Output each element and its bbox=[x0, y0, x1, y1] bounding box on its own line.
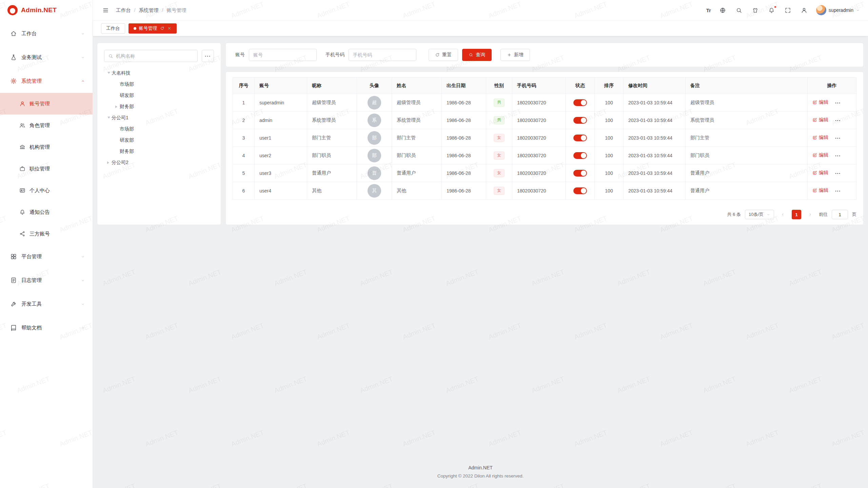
account-filter-input[interactable] bbox=[249, 49, 317, 61]
users-icon bbox=[19, 122, 25, 128]
col-gender: 性别 bbox=[486, 78, 512, 94]
more-actions-button[interactable]: ··· bbox=[835, 153, 841, 159]
font-size-icon[interactable]: Tr bbox=[706, 6, 711, 15]
sidebar-item-docs[interactable]: 帮助文档 bbox=[0, 316, 93, 340]
edit-button[interactable]: 编辑 bbox=[812, 187, 828, 194]
page-number-button[interactable]: 1 bbox=[792, 210, 801, 219]
sidebar-subitem-organization[interactable]: 机构管理 bbox=[0, 136, 93, 158]
status-toggle[interactable] bbox=[573, 170, 587, 177]
account-filter-label: 账号 bbox=[235, 52, 245, 58]
search-button[interactable]: 查询 bbox=[462, 49, 492, 61]
org-more-button[interactable]: ··· bbox=[202, 50, 214, 62]
sidebar-item-business-test[interactable]: 业务测试 bbox=[0, 45, 93, 69]
table-row: 5 user3 普通用户 普 普通用户 1986-06-28 女 1802003… bbox=[233, 164, 856, 182]
content: ··· 大名科技 市场部 bbox=[93, 36, 868, 225]
more-actions-button[interactable]: ··· bbox=[835, 100, 841, 106]
breadcrumb-item[interactable]: 工作台 bbox=[116, 7, 131, 14]
fullscreen-button[interactable] bbox=[784, 6, 792, 15]
language-icon[interactable] bbox=[718, 6, 727, 15]
tree-node[interactable]: 财务部 bbox=[104, 146, 214, 157]
sidebar-subitem-role[interactable]: 角色管理 bbox=[0, 115, 93, 136]
status-toggle[interactable] bbox=[573, 152, 587, 159]
notifications-button[interactable] bbox=[767, 6, 776, 15]
edit-button[interactable]: 编辑 bbox=[812, 117, 828, 123]
org-search-input[interactable] bbox=[116, 53, 194, 59]
sidebar-subitem-label: 机构管理 bbox=[29, 144, 50, 150]
sidebar-item-devtools[interactable]: 开发工具 bbox=[0, 292, 93, 316]
add-button[interactable]: 新增 bbox=[500, 49, 530, 61]
flask-icon bbox=[10, 54, 17, 61]
edit-button[interactable]: 编辑 bbox=[812, 170, 828, 176]
cell-remark: 部门职员 bbox=[686, 147, 808, 164]
tree-node[interactable]: 财务部 bbox=[104, 101, 214, 112]
tree-node[interactable]: 分公司2 bbox=[104, 157, 214, 168]
edit-button[interactable]: 编辑 bbox=[812, 152, 828, 158]
sidebar-subitem-label: 三方账号 bbox=[29, 231, 50, 237]
user-menu[interactable]: superadmin bbox=[816, 5, 860, 15]
tree-node[interactable]: 大名科技 bbox=[104, 67, 214, 79]
gender-badge: 女 bbox=[494, 169, 505, 177]
next-page-button[interactable] bbox=[805, 210, 815, 219]
sidebar-subitem-notice[interactable]: 通知公告 bbox=[0, 201, 93, 223]
cell-avatar: 其 bbox=[357, 182, 392, 200]
cell-name: 系统管理员 bbox=[392, 111, 442, 129]
org-tree: 大名科技 市场部 研发部 bbox=[104, 67, 214, 168]
status-toggle[interactable] bbox=[573, 187, 587, 194]
chevron-up-icon bbox=[81, 79, 85, 83]
reset-button[interactable]: 重置 bbox=[429, 49, 458, 61]
page-size-select[interactable]: 10条/页 bbox=[745, 210, 774, 219]
sidebar-item-logs[interactable]: 日志管理 bbox=[0, 268, 93, 292]
edit-button[interactable]: 编辑 bbox=[812, 135, 828, 141]
theme-settings-button[interactable] bbox=[751, 6, 760, 15]
chevron-down-icon bbox=[81, 326, 85, 330]
cell-modified: 2023-01-03 10:59:44 bbox=[624, 182, 686, 200]
status-toggle[interactable] bbox=[573, 117, 587, 124]
sidebar-subitem-account[interactable]: 账号管理 bbox=[0, 93, 93, 115]
tree-node[interactable]: 分公司1 bbox=[104, 112, 214, 123]
sidebar-item-platform[interactable]: 平台管理 bbox=[0, 245, 93, 268]
status-toggle[interactable] bbox=[573, 135, 587, 141]
chevron-down-icon bbox=[81, 55, 85, 60]
table-row: 4 user2 部门职员 部 部门职员 1986-06-28 女 1802003… bbox=[233, 147, 856, 164]
more-actions-button[interactable]: ··· bbox=[835, 136, 841, 141]
username: superadmin bbox=[829, 7, 853, 13]
status-toggle[interactable] bbox=[573, 99, 587, 106]
row-avatar: 超 bbox=[368, 96, 381, 109]
more-actions-button[interactable]: ··· bbox=[835, 171, 841, 176]
tree-node[interactable]: 市场部 bbox=[104, 123, 214, 135]
profile-button[interactable] bbox=[800, 6, 809, 15]
search-menu-button[interactable] bbox=[735, 6, 744, 15]
sidebar-subitem-label: 职位管理 bbox=[29, 166, 50, 172]
more-actions-button[interactable]: ··· bbox=[835, 118, 841, 123]
prev-page-button[interactable] bbox=[778, 210, 788, 219]
sidebar-subitem-thirdparty[interactable]: 三方账号 bbox=[0, 223, 93, 245]
sidebar-subitem-profile[interactable]: 个人中心 bbox=[0, 180, 93, 201]
cell-nickname: 其他 bbox=[307, 182, 357, 200]
edit-button[interactable]: 编辑 bbox=[812, 99, 828, 105]
goto-page-input[interactable] bbox=[832, 210, 848, 219]
sidebar-item-workbench[interactable]: 工作台 bbox=[0, 22, 93, 45]
cell-phone: 18020030720 bbox=[512, 94, 566, 111]
sidebar-item-system-management[interactable]: 系统管理 bbox=[0, 69, 93, 93]
sidebar-item-label: 平台管理 bbox=[21, 253, 42, 260]
collapse-menu-button[interactable] bbox=[101, 6, 110, 15]
tree-node[interactable]: 研发部 bbox=[104, 135, 214, 146]
refresh-icon[interactable] bbox=[160, 26, 164, 30]
fullscreen-icon bbox=[785, 7, 791, 14]
phone-filter-input[interactable] bbox=[349, 49, 416, 61]
cell-sort: 100 bbox=[595, 94, 624, 111]
tree-node[interactable]: 研发部 bbox=[104, 90, 214, 101]
sidebar-subitem-position[interactable]: 职位管理 bbox=[0, 158, 93, 180]
goto-label: 前往 bbox=[819, 211, 828, 218]
cell-sort: 100 bbox=[595, 164, 624, 182]
close-icon[interactable] bbox=[167, 26, 172, 30]
gender-badge: 女 bbox=[494, 187, 505, 195]
logo[interactable]: Admin.NET bbox=[0, 0, 93, 20]
cell-nickname: 超级管理员 bbox=[307, 94, 357, 111]
tab-account-management[interactable]: 账号管理 bbox=[129, 23, 177, 34]
more-actions-button[interactable]: ··· bbox=[835, 188, 841, 194]
tab-workbench[interactable]: 工作台 bbox=[101, 23, 125, 34]
tree-node[interactable]: 市场部 bbox=[104, 79, 214, 90]
sidebar-item-label: 帮助文档 bbox=[21, 325, 42, 331]
breadcrumb-item[interactable]: 系统管理 bbox=[139, 7, 159, 14]
